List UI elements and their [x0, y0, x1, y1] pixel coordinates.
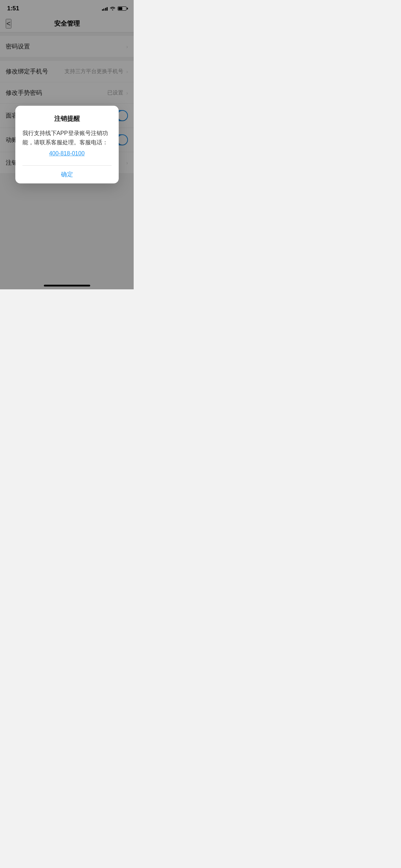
dialog-confirm-button[interactable]: 确定 [22, 165, 112, 184]
dialog-title: 注销提醒 [22, 114, 112, 123]
dialog-phone-link[interactable]: 400-818-0100 [22, 149, 112, 158]
dialog-body-text: 我行支持线下APP登录账号注销功能，请联系客服处理。客服电话： [22, 130, 108, 145]
cancel-reminder-dialog: 注销提醒 我行支持线下APP登录账号注销功能，请联系客服处理。客服电话： 400… [15, 106, 119, 184]
dialog-body: 我行支持线下APP登录账号注销功能，请联系客服处理。客服电话： 400-818-… [22, 129, 112, 158]
